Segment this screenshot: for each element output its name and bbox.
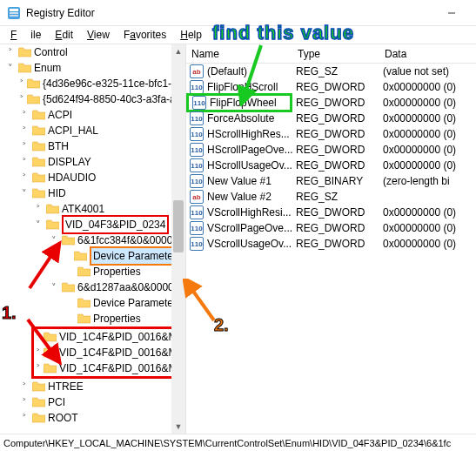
menu-favorites[interactable]: Favorites: [117, 27, 173, 43]
list-row[interactable]: 110HScrollUsageOv...REG_DWORD0x00000000 …: [186, 158, 476, 173]
tree-label: 6&d1287aa&0&0000: [77, 279, 174, 295]
tree-item--4d36e96c-e325-11ce-bfc1-080[interactable]: ˃{4d36e96c-e325-11ce-bfc1-080: [0, 76, 185, 91]
list-pane[interactable]: Name Type Data ab(Default)REG_SZ(value n…: [186, 44, 476, 434]
menu-help[interactable]: Help: [173, 27, 209, 43]
binary-value-icon: 110: [190, 174, 204, 188]
value-name: HScrollUsageOv...: [207, 159, 292, 172]
titlebar: Registry Editor: [0, 0, 476, 26]
folder-icon: [27, 78, 40, 89]
binary-value-icon: 110: [192, 96, 206, 110]
col-data[interactable]: Data: [379, 48, 476, 60]
tree-label: DISPLAY: [48, 154, 91, 170]
scroll-thumb[interactable]: [173, 200, 184, 252]
value-data: 0x00000000 (0): [379, 128, 476, 140]
string-value-icon: ab: [190, 64, 204, 78]
tree-label: ACPI_HAL: [48, 123, 98, 138]
expand-icon[interactable]: ˃: [19, 170, 30, 185]
expand-icon[interactable]: ˅: [5, 60, 16, 76]
value-type: REG_SZ: [292, 65, 379, 77]
annotation-green-arrow: [237, 44, 272, 106]
value-data: 0x00000000 (0): [379, 112, 476, 125]
expand-icon[interactable]: ˃: [19, 123, 30, 138]
expand-icon[interactable]: ˃: [19, 154, 30, 170]
expand-icon[interactable]: ˅: [33, 217, 44, 232]
tree-scrollbar[interactable]: ▲ ▼: [171, 44, 185, 434]
tree-label: Properties: [93, 264, 141, 279]
tree-item-device-parameters-2[interactable]: Device Parameters: [0, 295, 185, 311]
value-data: (value not set): [379, 65, 476, 77]
value-name: VScrollHighResi...: [207, 206, 292, 219]
value-data: 0x00000000 (0): [379, 222, 476, 234]
tree-label: ROOT: [48, 410, 78, 426]
list-row[interactable]: 110VScrollUsageOv...REG_DWORD0x00000000 …: [186, 236, 476, 252]
tree-item-root[interactable]: ˃ROOT: [0, 410, 185, 426]
list-row[interactable]: 110New Value #1REG_BINARY(zero-length bi: [186, 173, 476, 189]
tree-label: HID: [48, 185, 66, 201]
status-path: Computer\HKEY_LOCAL_MACHINE\SYSTEM\Curre…: [3, 438, 451, 448]
tree-item-acpi-hal[interactable]: ˃ACPI_HAL: [0, 123, 185, 138]
tree-item-display[interactable]: ˃DISPLAY: [0, 154, 185, 170]
expand-icon[interactable]: ˃: [19, 138, 30, 154]
svg-rect-2: [10, 12, 18, 14]
list-row[interactable]: 110HScrollPageOve...REG_DWORD0x00000000 …: [186, 142, 476, 158]
folder-icon: [46, 219, 59, 230]
value-type: REG_DWORD: [292, 238, 379, 250]
tree-label: Enum: [34, 60, 61, 76]
tree-item-enum[interactable]: ˅Enum: [0, 60, 185, 76]
tree-item--5d624f94-8850-40c3-a3fa-a4fc[interactable]: ˃{5d624f94-8850-40c3-a3fa-a4fc: [0, 91, 185, 107]
tree-label: Control: [34, 44, 68, 60]
expand-icon[interactable]: ˃: [19, 394, 30, 410]
svg-line-5: [244, 45, 261, 98]
tree-label: VID_04F3&PID_0234: [62, 215, 169, 234]
menu-view[interactable]: View: [80, 27, 117, 43]
binary-value-icon: 110: [190, 111, 204, 125]
expand-icon[interactable]: ˃: [19, 379, 30, 394]
tree-label: HTREE: [48, 379, 84, 394]
list-row[interactable]: 110VScrollHighResi...REG_DWORD0x00000000…: [186, 205, 476, 220]
tree-item-acpi[interactable]: ˃ACPI: [0, 107, 185, 123]
list-row[interactable]: abNew Value #2REG_SZ: [186, 189, 476, 205]
list-row[interactable]: 110FlipFlopWheelREG_DWORD0x00000000 (0): [186, 95, 476, 111]
tree-label: {5d624f94-8850-40c3-a3fa-a4fc: [43, 91, 186, 107]
expand-icon[interactable]: ˃: [19, 91, 24, 107]
tree-item-pci[interactable]: ˃PCI: [0, 394, 185, 410]
tree-item-control[interactable]: ˃Control: [0, 44, 185, 60]
value-name: VScrollPageOve...: [207, 222, 292, 234]
list-row[interactable]: 110HScrollHighRes...REG_DWORD0x00000000 …: [186, 126, 476, 142]
tree-item-htree[interactable]: ˃HTREE: [0, 379, 185, 394]
list-row[interactable]: 110VScrollPageOve...REG_DWORD0x00000000 …: [186, 220, 476, 236]
tree-item-hid[interactable]: ˅HID: [0, 185, 185, 201]
expand-icon[interactable]: ˃: [19, 107, 30, 123]
value-data: 0x00000000 (0): [379, 144, 476, 156]
tree-item-bth[interactable]: ˃BTH: [0, 138, 185, 154]
scroll-up-icon[interactable]: ▲: [171, 44, 185, 58]
folder-icon: [32, 125, 45, 136]
expand-icon[interactable]: ˃: [19, 410, 30, 426]
folder-icon: [46, 204, 59, 214]
minimize-button[interactable]: [434, 0, 469, 26]
value-type: REG_DWORD: [292, 222, 379, 234]
scroll-down-icon[interactable]: ▼: [171, 420, 185, 434]
tree-pane[interactable]: ˃Control˅Enum˃{4d36e96c-e325-11ce-bfc1-0…: [0, 44, 186, 434]
value-type: REG_DWORD: [292, 81, 379, 93]
folder-icon: [77, 266, 91, 277]
expand-icon[interactable]: ˃: [33, 201, 44, 217]
binary-value-icon: 110: [190, 127, 204, 141]
menu-file[interactable]: File: [3, 27, 48, 43]
folder-icon: [27, 94, 40, 104]
expand-icon[interactable]: ˃: [5, 44, 16, 60]
list-row[interactable]: 110ForceAbsoluteREG_DWORD0x00000000 (0): [186, 111, 476, 126]
list-row[interactable]: ab(Default)REG_SZ(value not set): [186, 64, 476, 79]
menubar: File Edit View Favorites Help: [0, 26, 476, 44]
folder-icon: [74, 251, 87, 261]
tree-item-vid04f3[interactable]: ˅VID_04F3&PID_0234: [0, 217, 185, 232]
col-type[interactable]: Type: [292, 48, 379, 60]
menu-edit[interactable]: Edit: [48, 27, 80, 43]
expand-icon[interactable]: ˅: [19, 185, 30, 201]
tree-item-hdaudio[interactable]: ˃HDAUDIO: [0, 170, 185, 185]
expand-icon[interactable]: ˃: [19, 76, 24, 91]
value-type: REG_SZ: [292, 191, 379, 203]
app-icon: [7, 6, 21, 20]
value-name: HScrollPageOve...: [207, 144, 292, 156]
value-name: HScrollHighRes...: [207, 128, 290, 140]
